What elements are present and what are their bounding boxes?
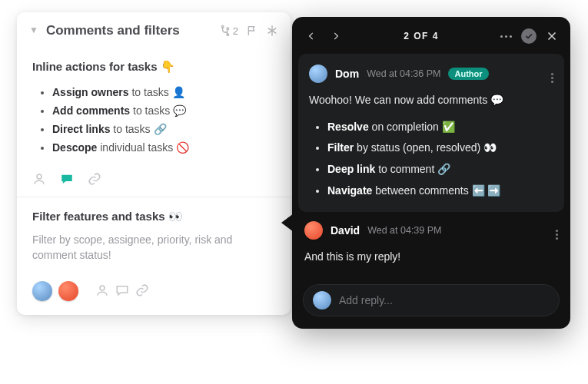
comment-icon[interactable] [60,172,74,186]
resolve-button[interactable] [520,27,538,45]
avatar[interactable] [58,281,78,301]
reply-input[interactable] [339,294,550,306]
prev-comment-button[interactable] [301,26,321,46]
comment-text: And this is my reply! [304,249,558,266]
avatar [313,291,331,310]
section-heading: Inline actions for tasks 👇 [32,60,275,74]
reply-box[interactable] [303,284,560,316]
branch-icon[interactable]: 2 [219,25,238,37]
flag-icon[interactable] [246,25,258,37]
comment-author: Dom [335,68,359,80]
comments-panel: 2 OF 4 Dom Wed at 04:36 PM Author Woohoo… [292,17,570,329]
avatar-action-row [17,273,291,315]
svg-point-3 [37,174,42,179]
more-icon[interactable] [497,27,515,45]
section-filter: Filter features and tasks 👀 Filter by sc… [17,197,291,273]
assignee-icon[interactable] [32,172,46,186]
avatar[interactable] [32,281,52,301]
list-item: Deep link to comment 🔗 [327,159,553,180]
avatar[interactable] [304,221,323,240]
comment-item: Dom Wed at 04:36 PM Author Woohoo! We ca… [298,54,564,212]
svg-point-2 [227,28,229,30]
list-item: Direct links to tasks 🔗 [52,120,275,138]
comment-more-icon[interactable] [556,222,558,240]
list-item: Navigate between comments ⬅️ ➡️ [327,180,553,202]
section-subtext: Filter by scope, assignee, priority, ris… [32,233,275,263]
feature-card: ▼ Comments and filters 2 Inline actions … [17,12,291,315]
collapse-caret-icon[interactable]: ▼ [29,25,38,35]
panel-counter: 2 OF 4 [350,31,492,41]
comment-more-icon[interactable] [551,65,553,83]
list-item: Filter by status (open, resolved) 👀 [327,137,553,159]
comment-body: And this is my reply! [304,249,558,266]
avatar[interactable] [309,65,327,83]
assignee-icon[interactable] [95,283,109,300]
comment-time: Wed at 04:36 PM [367,68,440,79]
section-action-row [17,167,291,197]
author-badge: Author [448,68,488,80]
panel-pointer-icon [281,214,294,232]
section-heading: Filter features and tasks 👀 [32,210,275,223]
svg-point-4 [100,286,105,290]
svg-point-0 [221,25,224,28]
svg-point-1 [227,34,229,36]
comment-outline-icon[interactable] [115,283,129,300]
close-icon[interactable] [543,27,561,45]
comment-header: David Wed at 04:39 PM [304,221,558,240]
list-item: Assign owners to tasks 👤 [52,83,275,101]
link-icon[interactable] [135,283,149,300]
panel-header: 2 OF 4 [292,17,570,54]
comment-item: David Wed at 04:39 PM And this is my rep… [292,212,570,276]
comment-author: David [331,224,360,237]
section-inline-actions: Inline actions for tasks 👇 Assign owners… [17,48,291,167]
list-item: Resolve on completion ✅ [327,117,553,138]
card-title: Comments and filters [46,23,180,38]
comment-header: Dom Wed at 04:36 PM Author [309,65,553,83]
comment-list: Resolve on completion ✅ Filter by status… [309,117,553,202]
comment-time: Wed at 04:39 PM [367,225,441,236]
branch-count: 2 [233,25,238,37]
snowflake-icon[interactable] [266,25,278,37]
comment-text: Woohoo! We can now add comments 💬 [309,92,553,109]
link-icon[interactable] [88,172,101,186]
next-comment-button[interactable] [326,26,346,46]
card-header: ▼ Comments and filters 2 [17,12,291,48]
list-item: Descope individual tasks 🚫 [52,138,275,157]
inline-actions-list: Assign owners to tasks 👤 Add comments to… [32,83,275,157]
list-item: Add comments to tasks 💬 [52,101,275,120]
comment-body: Woohoo! We can now add comments 💬 Resolv… [309,92,553,201]
